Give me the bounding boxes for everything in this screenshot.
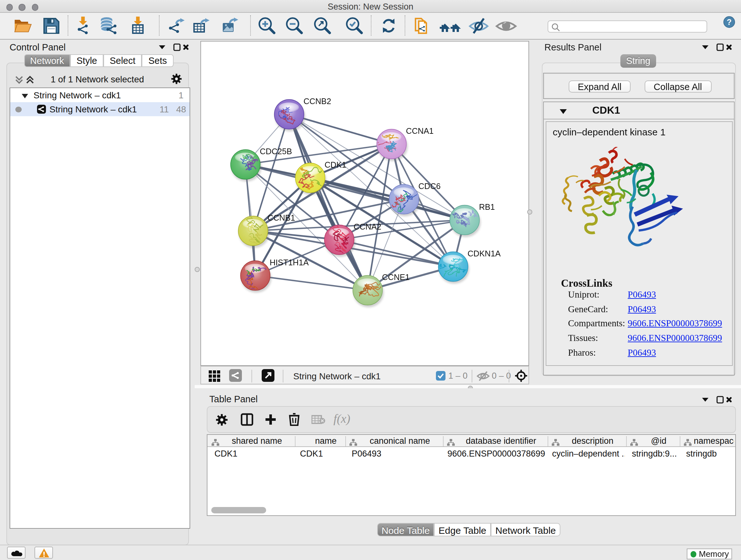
svg-text:?: ?: [727, 17, 731, 26]
svg-text:CCNE1: CCNE1: [382, 272, 409, 281]
svg-text:CDK1: CDK1: [324, 160, 346, 169]
svg-text:CDKN1A: CDKN1A: [467, 249, 501, 258]
svg-text:CCNA1: CCNA1: [406, 126, 433, 135]
svg-text:HIST1H1A: HIST1H1A: [269, 258, 309, 266]
svg-text:CCNB2: CCNB2: [303, 97, 331, 105]
svg-text:CDC25B: CDC25B: [259, 146, 292, 155]
svg-text:CCNB1: CCNB1: [267, 213, 295, 222]
svg-text:RB1: RB1: [479, 202, 495, 211]
svg-text:CDC6: CDC6: [418, 181, 441, 190]
svg-text:CCNA2: CCNA2: [353, 222, 381, 231]
